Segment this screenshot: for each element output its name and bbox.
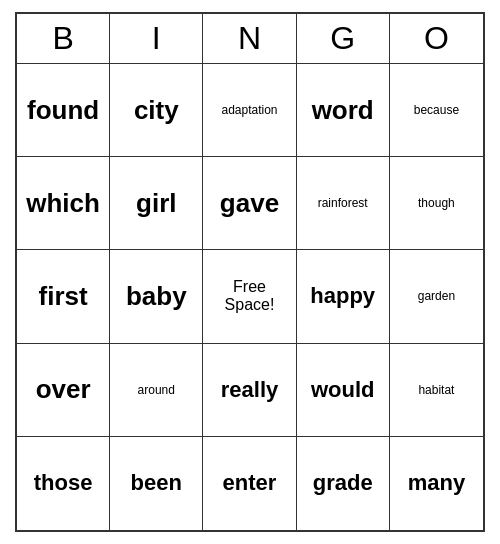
cell-text-17: really bbox=[221, 377, 279, 403]
cell-text-18: would bbox=[311, 377, 375, 403]
cell-text-6: girl bbox=[136, 188, 176, 219]
cell-text-0: found bbox=[27, 95, 99, 126]
bingo-cell-6: girl bbox=[110, 157, 203, 250]
bingo-grid: foundcityadaptationwordbecausewhichgirlg… bbox=[15, 64, 485, 532]
cell-text-2: adaptation bbox=[221, 103, 277, 117]
header-letter-G: G bbox=[297, 14, 390, 64]
bingo-cell-11: baby bbox=[110, 250, 203, 343]
bingo-cell-10: first bbox=[17, 250, 110, 343]
cell-text-21: been bbox=[131, 470, 182, 496]
bingo-cell-5: which bbox=[17, 157, 110, 250]
bingo-cell-20: those bbox=[17, 437, 110, 530]
bingo-cell-22: enter bbox=[203, 437, 296, 530]
bingo-cell-9: though bbox=[390, 157, 483, 250]
cell-text-24: many bbox=[408, 470, 465, 496]
header-letter-O: O bbox=[390, 14, 483, 64]
bingo-cell-21: been bbox=[110, 437, 203, 530]
cell-text-19: habitat bbox=[418, 383, 454, 397]
bingo-cell-8: rainforest bbox=[297, 157, 390, 250]
bingo-cell-12: Free Space! bbox=[203, 250, 296, 343]
cell-text-7: gave bbox=[220, 188, 279, 219]
bingo-cell-4: because bbox=[390, 64, 483, 157]
cell-text-12: Free Space! bbox=[225, 278, 275, 314]
cell-text-3: word bbox=[312, 95, 374, 126]
cell-text-8: rainforest bbox=[318, 196, 368, 210]
cell-text-1: city bbox=[134, 95, 179, 126]
bingo-cell-3: word bbox=[297, 64, 390, 157]
bingo-cell-13: happy bbox=[297, 250, 390, 343]
bingo-cell-2: adaptation bbox=[203, 64, 296, 157]
bingo-card: BINGO foundcityadaptationwordbecausewhic… bbox=[15, 12, 485, 532]
bingo-cell-14: garden bbox=[390, 250, 483, 343]
bingo-cell-15: over bbox=[17, 344, 110, 437]
cell-text-14: garden bbox=[418, 289, 455, 303]
cell-text-4: because bbox=[414, 103, 459, 117]
cell-text-11: baby bbox=[126, 281, 187, 312]
bingo-cell-23: grade bbox=[297, 437, 390, 530]
cell-text-13: happy bbox=[310, 283, 375, 309]
bingo-cell-1: city bbox=[110, 64, 203, 157]
cell-text-15: over bbox=[36, 374, 91, 405]
cell-text-16: around bbox=[138, 383, 175, 397]
bingo-cell-19: habitat bbox=[390, 344, 483, 437]
header-letter-B: B bbox=[17, 14, 110, 64]
bingo-cell-18: would bbox=[297, 344, 390, 437]
header-letter-N: N bbox=[203, 14, 296, 64]
bingo-cell-0: found bbox=[17, 64, 110, 157]
bingo-cell-16: around bbox=[110, 344, 203, 437]
bingo-cell-7: gave bbox=[203, 157, 296, 250]
bingo-header: BINGO bbox=[15, 12, 485, 64]
cell-text-22: enter bbox=[223, 470, 277, 496]
bingo-cell-17: really bbox=[203, 344, 296, 437]
cell-text-10: first bbox=[39, 281, 88, 312]
cell-text-5: which bbox=[26, 188, 100, 219]
cell-text-9: though bbox=[418, 196, 455, 210]
cell-text-20: those bbox=[34, 470, 93, 496]
bingo-cell-24: many bbox=[390, 437, 483, 530]
header-letter-I: I bbox=[110, 14, 203, 64]
cell-text-23: grade bbox=[313, 470, 373, 496]
